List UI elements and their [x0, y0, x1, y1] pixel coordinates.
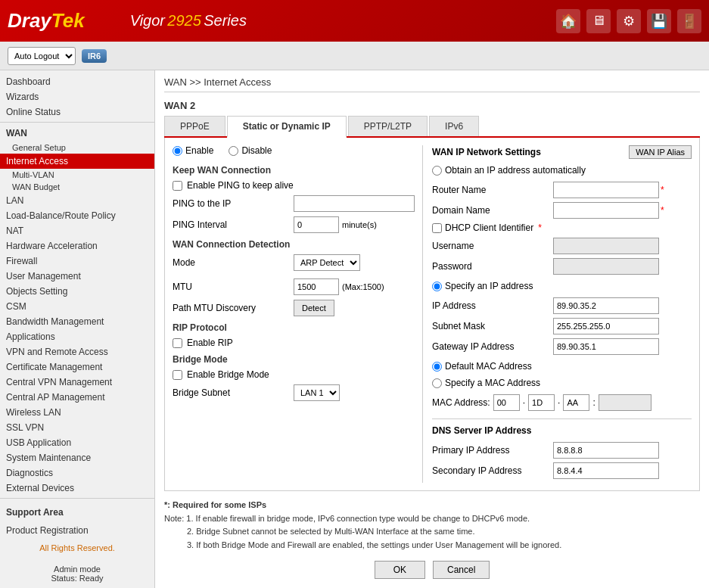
- ping-interval-label: PING Interval: [173, 219, 294, 230]
- tools-icon[interactable]: ⚙: [617, 9, 641, 33]
- sidebar-item-system-maintenance[interactable]: System Maintenance: [0, 450, 154, 465]
- detect-button[interactable]: Detect: [294, 300, 334, 316]
- bridge-subnet-dropdown[interactable]: LAN 1 LAN 2 LAN 3 LAN 4: [294, 384, 340, 401]
- tab-ipv6[interactable]: IPv6: [429, 116, 479, 136]
- sidebar-item-nat[interactable]: NAT: [0, 223, 154, 238]
- mac-input-2[interactable]: [528, 394, 555, 411]
- sidebar-item-dashboard[interactable]: Dashboard: [0, 74, 154, 89]
- tab-static-dynamic[interactable]: Static or Dynamic IP: [227, 116, 347, 138]
- tab-pptp-l2tp[interactable]: PPTP/L2TP: [348, 116, 428, 136]
- specify-mac-radio[interactable]: [432, 378, 442, 388]
- enable-ping-checkbox[interactable]: [173, 181, 182, 191]
- sidebar-item-load-balance[interactable]: Load-Balance/Route Policy: [0, 208, 154, 223]
- sidebar-item-vpn-remote[interactable]: VPN and Remote Access: [0, 344, 154, 359]
- username-input[interactable]: [553, 238, 659, 254]
- sidebar-item-product-registration[interactable]: Product Registration: [0, 524, 154, 537]
- admin-mode: Admin mode Status: Ready: [0, 558, 154, 588]
- sidebar-item-internet-access[interactable]: Internet Access: [0, 154, 154, 169]
- sidebar-item-user-management[interactable]: User Management: [0, 269, 154, 284]
- sidebar-item-objects-setting[interactable]: Objects Setting: [0, 284, 154, 299]
- ip-address-input[interactable]: [553, 297, 659, 314]
- logout-icon[interactable]: 🚪: [677, 9, 701, 33]
- mac-input-1[interactable]: [493, 394, 520, 411]
- sidebar-item-usb-application[interactable]: USB Application: [0, 435, 154, 450]
- enable-disable-row: Enable Disable: [173, 145, 415, 156]
- mode-row: Mode ARP Detect Ping Detect Always On: [173, 254, 415, 271]
- sidebar-item-certificate-management[interactable]: Certificate Management: [0, 359, 154, 375]
- form-area: Enable Disable Keep WAN Connection Enabl…: [164, 138, 700, 491]
- sidebar-item-multi-vlan[interactable]: Multi-VLAN: [0, 169, 154, 181]
- enable-radio-label[interactable]: Enable: [173, 145, 213, 156]
- sidebar-item-hardware-acceleration[interactable]: Hardware Acceleration: [0, 238, 154, 254]
- ping-interval-input[interactable]: [294, 216, 339, 233]
- enable-bridge-checkbox[interactable]: [173, 370, 182, 380]
- sidebar-item-wireless-lan[interactable]: Wireless LAN: [0, 405, 154, 420]
- header-icons: 🏠 🖥 ⚙ 💾 🚪: [556, 9, 701, 33]
- secondary-ip-row: Secondary IP Address: [432, 462, 692, 479]
- tabs: PPPoE Static or Dynamic IP PPTP/L2TP IPv…: [164, 116, 700, 138]
- username-row: Username: [432, 238, 692, 254]
- sidebar-item-firewall[interactable]: Firewall: [0, 254, 154, 269]
- sidebar-item-csm[interactable]: CSM: [0, 299, 154, 314]
- tab-pppoe[interactable]: PPPoE: [164, 116, 225, 136]
- router-name-input[interactable]: [553, 182, 659, 198]
- obtain-auto-radio[interactable]: [432, 166, 442, 176]
- mtu-input[interactable]: [294, 278, 339, 295]
- domain-name-input[interactable]: [553, 202, 659, 219]
- enable-bridge-row: Enable Bridge Mode: [173, 369, 415, 380]
- specify-ip-row[interactable]: Specify an IP address: [432, 281, 692, 291]
- subnet-mask-input[interactable]: [553, 318, 659, 334]
- sidebar-item-lan[interactable]: LAN: [0, 193, 154, 208]
- divider: [0, 122, 154, 123]
- mode-label: Mode: [173, 257, 294, 268]
- monitor-icon[interactable]: 🖥: [586, 9, 611, 33]
- sidebar-item-general-setup[interactable]: General Setup: [0, 142, 154, 154]
- sidebar-item-applications[interactable]: Applications: [0, 329, 154, 344]
- specify-mac-row[interactable]: Specify a MAC Address: [432, 378, 692, 388]
- auto-logout-select[interactable]: Auto Logout: [8, 47, 76, 65]
- note-label: Note:: [164, 514, 184, 523]
- primary-ip-input[interactable]: [553, 442, 659, 459]
- all-rights: All Rights Reserved.: [0, 537, 154, 558]
- dhcp-client-checkbox[interactable]: [432, 223, 442, 233]
- sidebar-item-central-ap[interactable]: Central AP Management: [0, 390, 154, 405]
- sidebar-item-wizards[interactable]: Wizards: [0, 89, 154, 104]
- default-mac-row[interactable]: Default MAC Address: [432, 361, 692, 372]
- mode-dropdown[interactable]: ARP Detect Ping Detect Always On: [294, 254, 360, 271]
- ok-button[interactable]: OK: [375, 561, 425, 579]
- default-mac-radio[interactable]: [432, 362, 442, 372]
- mac-input-4[interactable]: [599, 394, 651, 411]
- mac-label: MAC Address:: [432, 397, 490, 408]
- mac-input-3[interactable]: [563, 394, 589, 411]
- sidebar-item-diagnostics[interactable]: Diagnostics: [0, 465, 154, 481]
- specify-ip-radio[interactable]: [432, 282, 442, 291]
- password-input[interactable]: [553, 258, 659, 275]
- home-icon[interactable]: 🏠: [556, 9, 580, 33]
- ping-ip-input[interactable]: [294, 195, 415, 212]
- sidebar-item-central-vpn[interactable]: Central VPN Management: [0, 375, 154, 390]
- ping-ip-label: PING to the IP: [173, 198, 294, 209]
- sidebar-item-bandwidth-management[interactable]: Bandwidth Management: [0, 314, 154, 329]
- notes-area: *: Required for some ISPs Note: 1. If en…: [164, 499, 700, 552]
- divider2: [0, 498, 154, 499]
- sidebar-item-external-devices[interactable]: External Devices: [0, 481, 154, 496]
- domain-name-row: Domain Name *: [432, 202, 692, 219]
- disable-radio-label[interactable]: Disable: [229, 145, 272, 156]
- enable-rip-checkbox[interactable]: [173, 338, 182, 348]
- disable-radio[interactable]: [229, 146, 238, 156]
- wan-ip-alias-button[interactable]: WAN IP Alias: [629, 145, 692, 159]
- cancel-button[interactable]: Cancel: [433, 561, 490, 579]
- mtu-row: MTU (Max:1500): [173, 278, 415, 295]
- gateway-input[interactable]: [553, 338, 659, 355]
- sidebar-item-support-area[interactable]: Support Area: [0, 501, 154, 524]
- secondary-ip-input[interactable]: [553, 462, 659, 479]
- sidebar-item-online-status[interactable]: Online Status: [0, 104, 154, 120]
- enable-ping-row: Enable PING to keep alive: [173, 180, 415, 191]
- enable-radio[interactable]: [173, 146, 182, 156]
- ipv6-button[interactable]: IR6: [82, 49, 107, 63]
- save-icon[interactable]: 💾: [647, 9, 671, 33]
- obtain-auto-row[interactable]: Obtain an IP address automatically: [432, 165, 692, 176]
- sidebar-item-ssl-vpn[interactable]: SSL VPN: [0, 420, 154, 435]
- mac-address-row: MAC Address: · · :: [432, 394, 692, 411]
- sidebar-item-wan-budget[interactable]: WAN Budget: [0, 181, 154, 193]
